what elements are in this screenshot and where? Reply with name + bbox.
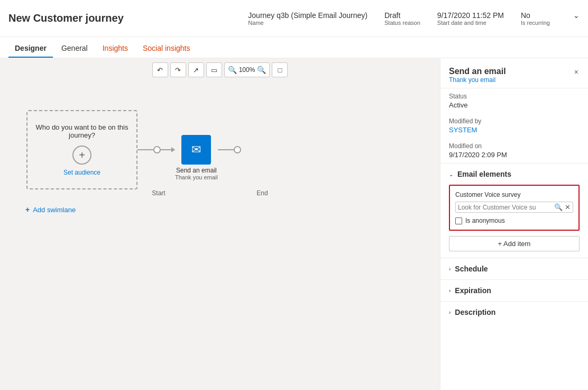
cv-search-icon: 🔍 — [554, 203, 563, 211]
meta-status: Draft Status reason — [384, 11, 420, 26]
expiration-section: › Expiration — [440, 279, 588, 301]
meta-status-label: Status reason — [384, 20, 420, 26]
add-swimlane-icon: + — [25, 205, 30, 214]
add-swimlane-label: Add swimlane — [33, 206, 76, 214]
tab-social-insights[interactable]: Social insights — [136, 40, 197, 58]
email-node-sublabel: Thank you email — [175, 174, 218, 180]
meta-recurring-value: No — [521, 11, 550, 20]
meta-recurring: No Is recurring — [521, 11, 550, 26]
meta-name-label: Name — [248, 20, 368, 26]
panel-modified-by: Modified by SYSTEM — [440, 113, 588, 138]
audience-question: Who do you want to be on this journey? — [27, 123, 136, 139]
cv-survey-label: Customer Voice survey — [455, 191, 573, 198]
meta-recurring-label: Is recurring — [521, 20, 550, 26]
cv-anonymous-label: Is anonymous — [465, 217, 505, 224]
email-elements-section: ⌄ Email elements Customer Voice survey 🔍… — [440, 163, 588, 258]
fit-button[interactable]: □ — [272, 62, 288, 77]
end-label: End — [241, 189, 283, 197]
schedule-chevron: › — [449, 266, 451, 272]
canvas-toolbar: ↶ ↷ ↗ ▭ 🔍 100% 🔍 □ — [0, 58, 440, 81]
canvas-area: ↶ ↷ ↗ ▭ 🔍 100% 🔍 □ Who do you want to be… — [0, 58, 440, 390]
zoom-level: 100% — [239, 66, 255, 74]
start-node-group: ✉ Send an email Thank you email — [175, 119, 218, 180]
panel-title: Send an email — [449, 67, 506, 76]
line-1 — [137, 149, 153, 150]
undo-button[interactable]: ↶ — [152, 62, 168, 77]
tab-general[interactable]: General — [55, 40, 94, 58]
expiration-header[interactable]: › Expiration — [440, 280, 588, 301]
zoom-in-icon[interactable]: 🔍 — [257, 66, 266, 74]
set-audience-link[interactable]: Set audience — [63, 169, 100, 176]
schedule-header[interactable]: › Schedule — [440, 258, 588, 279]
schedule-section: › Schedule — [440, 258, 588, 279]
add-swimlane-button[interactable]: + Add swimlane — [21, 205, 76, 214]
connector-1 — [137, 146, 175, 153]
status-value: Active — [449, 101, 580, 109]
flow-labels: Start End — [137, 189, 283, 197]
expiration-chevron: › — [449, 288, 451, 294]
meta-status-value: Draft — [384, 11, 420, 20]
header-expand-icon[interactable]: ⌄ — [573, 11, 580, 20]
panel-close-button[interactable]: × — [573, 67, 580, 77]
journey-canvas: Who do you want to be on this journey? +… — [0, 81, 440, 230]
description-title: Description — [455, 308, 495, 316]
tabs-bar: Designer General Insights Social insight… — [0, 37, 588, 58]
right-panel: Send an email Thank you email × Status A… — [440, 58, 588, 390]
arrow-1 — [171, 147, 175, 152]
email-elements-title: Email elements — [457, 170, 511, 178]
audience-box[interactable]: Who do you want to be on this journey? +… — [26, 110, 137, 189]
page-title: New Customer journey — [8, 12, 125, 24]
email-node-box[interactable]: ✉ — [181, 135, 211, 165]
modified-on-value: 9/17/2020 2:09 PM — [449, 151, 580, 159]
start-label: Start — [137, 189, 180, 197]
cv-clear-icon[interactable]: ✕ — [565, 203, 571, 211]
schedule-title: Schedule — [455, 265, 488, 273]
cv-search-input[interactable] — [458, 204, 552, 211]
cv-search-row[interactable]: 🔍 ✕ — [455, 202, 573, 213]
zoom-out-icon[interactable]: 🔍 — [228, 66, 237, 74]
main-content: ↶ ↷ ↗ ▭ 🔍 100% 🔍 □ Who do you want to be… — [0, 58, 588, 390]
split-button[interactable]: ▭ — [206, 62, 222, 77]
status-label: Status — [449, 93, 580, 100]
panel-status: Status Active — [440, 88, 588, 113]
tab-designer[interactable]: Designer — [8, 40, 53, 58]
email-elements-chevron: ⌄ — [449, 171, 453, 177]
panel-subtitle[interactable]: Thank you email — [449, 76, 506, 84]
panel-header: Send an email Thank you email × — [440, 58, 588, 88]
description-section: › Description — [440, 301, 588, 323]
cv-survey-box: Customer Voice survey 🔍 ✕ Is anonymous — [449, 185, 580, 231]
panel-title-group: Send an email Thank you email — [449, 67, 506, 84]
email-elements-content: Customer Voice survey 🔍 ✕ Is anonymous — [440, 185, 588, 258]
add-item-label: + Add item — [498, 240, 531, 248]
zoom-control[interactable]: 🔍 100% 🔍 — [224, 62, 270, 77]
add-item-button[interactable]: + Add item — [449, 236, 580, 251]
line-2 — [161, 149, 171, 150]
tab-insights[interactable]: Insights — [96, 40, 134, 58]
description-chevron: › — [449, 310, 451, 315]
modified-on-label: Modified on — [449, 142, 580, 150]
email-elements-header[interactable]: ⌄ Email elements — [440, 164, 588, 185]
line-3 — [218, 149, 234, 150]
app-header: New Customer journey Journey q3b (Simple… — [0, 0, 588, 37]
modified-by-value[interactable]: SYSTEM — [449, 126, 580, 134]
email-node-label: Send an email — [176, 167, 217, 174]
expiration-title: Expiration — [455, 286, 491, 295]
header-meta: Journey q3b (Simple Email Journey) Name … — [248, 11, 580, 26]
cv-anonymous-row: Is anonymous — [455, 217, 573, 224]
panel-modified-on: Modified on 9/17/2020 2:09 PM — [440, 138, 588, 163]
meta-date-label: Start date and time — [437, 20, 504, 26]
connector-2 — [218, 146, 241, 153]
meta-name-value: Journey q3b (Simple Email Journey) — [248, 11, 368, 20]
email-node[interactable]: ✉ Send an email Thank you email — [175, 135, 218, 180]
description-header[interactable]: › Description — [440, 302, 588, 323]
meta-name: Journey q3b (Simple Email Journey) Name — [248, 11, 368, 26]
cv-anonymous-checkbox[interactable] — [455, 217, 462, 224]
email-icon: ✉ — [191, 143, 201, 157]
audience-add-button[interactable]: + — [72, 146, 91, 165]
meta-date-value: 9/17/2020 11:52 PM — [437, 11, 504, 20]
redo-button[interactable]: ↷ — [170, 62, 186, 77]
meta-date: 9/17/2020 11:52 PM Start date and time — [437, 11, 504, 26]
modified-by-label: Modified by — [449, 117, 580, 125]
expand-button[interactable]: ↗ — [188, 62, 204, 77]
swimlane-row: Who do you want to be on this journey? +… — [26, 110, 241, 189]
